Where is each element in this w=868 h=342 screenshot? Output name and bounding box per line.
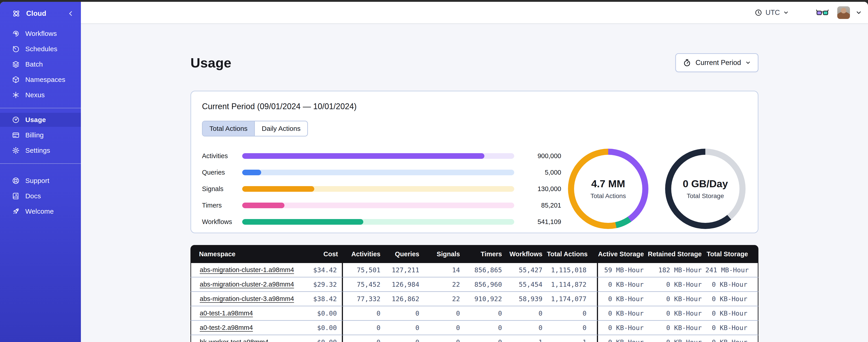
namespace-link[interactable]: bk-worker-test.a98mm4	[200, 338, 269, 342]
namespace-link[interactable]: a0-test-1.a98mm4	[200, 309, 253, 317]
donut-label: Total Actions	[590, 193, 626, 200]
welcome-icon	[12, 207, 20, 215]
cell-signals: 0	[423, 306, 464, 321]
bar-track	[242, 203, 514, 208]
page-title: Usage	[190, 55, 231, 71]
summary-donuts: 4.7 MM Total Actions 0 GB/Day Total Stor…	[568, 149, 746, 229]
donut-value: 4.7 MM	[591, 178, 625, 190]
cell-timers: 0	[464, 335, 506, 342]
column-header-activities: Activities	[343, 245, 384, 263]
brand: Cloud	[0, 2, 81, 25]
actions-tabs: Total Actions Daily Actions	[202, 121, 308, 136]
sidebar-item-batch[interactable]: Batch	[0, 57, 81, 71]
cell-signals: 0	[423, 335, 464, 342]
sidebar-item-schedules[interactable]: Schedules	[0, 42, 81, 56]
column-header-retained-storage: Retained Storage	[647, 245, 705, 263]
cell-activities: 0	[343, 321, 384, 335]
bar-value: 85,201	[514, 202, 561, 209]
sidebar-item-settings[interactable]: Settings	[0, 143, 81, 158]
cell-retained-storage: 182 MB-Hour	[647, 263, 705, 277]
sidebar-item-nexus[interactable]: Nexus	[0, 88, 81, 102]
account-chevron-down-icon[interactable]	[855, 9, 862, 16]
glasses-icon[interactable]	[816, 8, 829, 17]
stopwatch-icon	[683, 59, 691, 67]
cell-timers: 0	[464, 321, 506, 335]
sidebar-item-billing[interactable]: Billing	[0, 128, 81, 142]
sidebar-item-docs[interactable]: Docs	[0, 189, 81, 203]
donut-chart: 0 GB/Day Total Storage	[665, 149, 746, 229]
temporal-logo-icon	[12, 9, 21, 18]
cell-activities: 75,501	[343, 263, 384, 277]
support-icon	[12, 177, 20, 185]
cell-total-actions: 1	[546, 335, 598, 342]
main-content: Usage Current Period Cu	[81, 24, 868, 342]
batch-icon	[12, 60, 20, 68]
period-dropdown-button[interactable]: Current Period	[675, 53, 758, 72]
column-header-workflows: Workflows	[506, 245, 546, 263]
sidebar-item-welcome[interactable]: Welcome	[0, 204, 81, 218]
workflows-icon	[12, 30, 20, 38]
tab-daily-actions[interactable]: Daily Actions	[254, 122, 307, 136]
bar-value: 130,000	[514, 185, 561, 193]
column-header-queries: Queries	[384, 245, 423, 263]
cell-timers: 856,865	[464, 263, 506, 277]
sidebar-collapse-icon[interactable]	[67, 10, 74, 17]
column-header-timers: Timers	[464, 245, 506, 263]
cell-total-actions: 0	[546, 321, 598, 335]
cell-queries: 0	[384, 306, 423, 321]
sidebar-item-support[interactable]: Support	[0, 174, 81, 188]
bar-label: Activities	[202, 152, 242, 160]
cell-retained-storage: 0 KB-Hour	[647, 306, 705, 321]
column-header-total-actions: Total Actions	[546, 245, 598, 263]
namespace-link[interactable]: a0-test-2.a98mm4	[200, 324, 253, 331]
cell-signals: 0	[423, 321, 464, 335]
cell-signals: 14	[423, 263, 464, 277]
cell-cost: $0.00	[282, 335, 343, 342]
cell-retained-storage: 0 KB-Hour	[647, 277, 705, 292]
billing-icon	[12, 131, 20, 139]
tab-total-actions[interactable]: Total Actions	[203, 122, 254, 136]
cell-active-storage: 0 KB-Hour	[598, 277, 647, 292]
cell-signals: 22	[423, 292, 464, 306]
cell-total-storage: 241 MB-Hour	[705, 263, 758, 277]
cell-total-actions: 0	[546, 306, 598, 321]
cell-activities: 0	[343, 306, 384, 321]
sidebar-item-usage[interactable]: Usage	[0, 113, 81, 127]
chevron-down-icon	[745, 60, 751, 66]
bar-fill	[242, 186, 314, 192]
cell-total-storage: 0 KB-Hour	[705, 292, 758, 306]
bar-row: Signals 130,000	[202, 185, 561, 193]
timezone-label: UTC	[766, 8, 780, 17]
cell-total-actions: 1,114,872	[546, 277, 598, 292]
cell-namespace: a0-test-1.a98mm4	[190, 306, 282, 321]
bar-label: Queries	[202, 169, 242, 176]
cell-queries: 0	[384, 321, 423, 335]
table-row: a0-test-1.a98mm4$0.000000000 KB-Hour0 KB…	[190, 306, 758, 321]
cell-activities: 77,332	[343, 292, 384, 306]
namespace-link[interactable]: abs-migration-cluster-3.a98mm4	[200, 295, 294, 302]
cell-namespace: abs-migration-cluster-2.a98mm4	[190, 277, 282, 292]
namespaces-icon	[12, 76, 20, 84]
bar-label: Workflows	[202, 218, 242, 226]
cell-active-storage: 0 KB-Hour	[598, 292, 647, 306]
namespace-link[interactable]: abs-migration-cluster-1.a98mm4	[200, 266, 294, 273]
cell-namespace: abs-migration-cluster-1.a98mm4	[190, 263, 282, 277]
avatar[interactable]	[837, 6, 850, 19]
cell-namespace: a0-test-2.a98mm4	[190, 321, 282, 335]
table-row: abs-migration-cluster-2.a98mm4$29.3275,4…	[190, 277, 758, 292]
donut-value: 0 GB/Day	[683, 178, 728, 190]
sidebar-item-namespaces[interactable]: Namespaces	[0, 73, 81, 87]
sidebar-divider	[0, 163, 81, 164]
cell-workflows: 55,427	[506, 263, 546, 277]
cell-retained-storage: 0 KB-Hour	[647, 335, 705, 342]
topbar: UTC	[81, 2, 868, 24]
timezone-select[interactable]: UTC	[754, 8, 789, 17]
sidebar-item-workflows[interactable]: Workflows	[0, 27, 81, 41]
cell-queries: 126,984	[384, 277, 423, 292]
cell-total-storage: 0 KB-Hour	[705, 277, 758, 292]
namespace-link[interactable]: abs-migration-cluster-2.a98mm4	[200, 281, 294, 288]
sidebar-nav-main: Workflows Schedules Batch Namespaces Nex…	[0, 27, 81, 102]
cell-cost: $0.00	[282, 321, 343, 335]
column-header-active-storage: Active Storage	[598, 245, 647, 263]
cell-signals: 22	[423, 277, 464, 292]
